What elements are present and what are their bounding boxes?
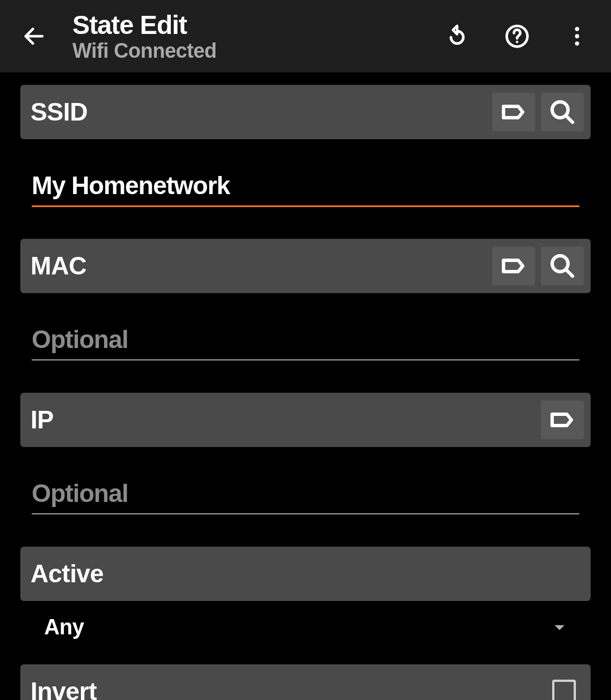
ssid-input-row (20, 139, 591, 215)
ssid-header: SSID (20, 85, 591, 139)
mac-label: MAC (31, 252, 487, 280)
ip-input-row (20, 447, 591, 523)
ssid-label: SSID (31, 98, 487, 126)
tag-icon (500, 98, 527, 126)
appbar-actions (441, 20, 593, 52)
more-vertical-icon (565, 24, 590, 49)
tag-icon (549, 406, 576, 433)
mac-tag-button[interactable] (492, 247, 535, 285)
ssid-input[interactable] (32, 168, 579, 207)
undo-button[interactable] (441, 20, 473, 52)
help-icon (505, 24, 530, 49)
svg-point-1 (516, 41, 518, 43)
svg-point-4 (575, 41, 579, 45)
ip-tag-button[interactable] (541, 401, 584, 439)
active-value: Any (44, 615, 84, 639)
svg-point-3 (575, 34, 579, 38)
active-header: Active (20, 547, 591, 601)
invert-row[interactable]: Invert (20, 664, 591, 700)
app-bar: State Edit Wifi Connected (0, 0, 611, 72)
mac-input-row (20, 293, 591, 369)
active-dropdown[interactable]: Any (20, 601, 591, 653)
invert-label: Invert (31, 677, 97, 700)
svg-point-2 (575, 27, 579, 31)
ip-header: IP (20, 393, 591, 447)
help-button[interactable] (501, 20, 533, 52)
chevron-down-icon (552, 620, 567, 634)
search-icon (549, 252, 576, 280)
invert-checkbox[interactable] (552, 680, 576, 700)
ssid-search-button[interactable] (541, 93, 584, 131)
overflow-menu-button[interactable] (561, 20, 593, 52)
arrow-left-icon (21, 24, 46, 49)
mac-header: MAC (20, 239, 591, 293)
active-label: Active (31, 560, 584, 588)
back-button[interactable] (18, 20, 50, 52)
page-subtitle: Wifi Connected (72, 39, 217, 63)
ip-label: IP (31, 406, 535, 434)
title-block: State Edit Wifi Connected (72, 10, 217, 63)
mac-input[interactable] (32, 322, 579, 360)
page-title: State Edit (72, 10, 217, 40)
content-area: SSID MAC IP Active Any (0, 72, 611, 700)
ssid-tag-button[interactable] (492, 93, 535, 131)
search-icon (549, 98, 576, 126)
ip-input[interactable] (32, 476, 579, 514)
undo-icon (445, 24, 470, 49)
mac-search-button[interactable] (541, 247, 584, 285)
tag-icon (500, 252, 527, 280)
